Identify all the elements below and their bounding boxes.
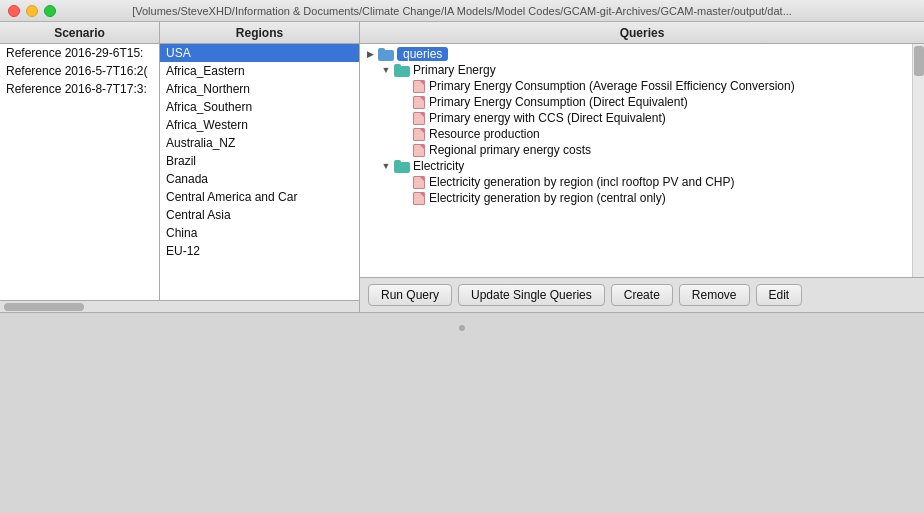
doc-icon — [412, 175, 426, 189]
primary-energy-label: Primary Energy — [413, 63, 496, 77]
region-item[interactable]: EU-12 — [160, 242, 359, 260]
create-button[interactable]: Create — [611, 284, 673, 306]
query-2-label: Primary Energy Consumption (Direct Equiv… — [429, 95, 688, 109]
folder-teal-icon — [394, 160, 410, 173]
region-item[interactable]: Africa_Northern — [160, 80, 359, 98]
doc-icon — [412, 127, 426, 141]
queries-tree[interactable]: ▶ queries ▼ Primary Energy — [360, 44, 924, 277]
scrollbar-thumb[interactable] — [4, 303, 84, 311]
maximize-button[interactable] — [44, 5, 56, 17]
queries-root-label: queries — [397, 47, 448, 61]
query-5-label: Regional primary energy costs — [429, 143, 591, 157]
horizontal-scrollbar[interactable] — [0, 300, 359, 312]
tree-arrow: ▼ — [380, 160, 392, 172]
tree-item-queries-root[interactable]: ▶ queries — [360, 46, 910, 62]
region-item[interactable]: Central Asia — [160, 206, 359, 224]
region-item-usa[interactable]: USA — [160, 44, 359, 62]
edit-button[interactable]: Edit — [756, 284, 803, 306]
query-1-label: Primary Energy Consumption (Average Foss… — [429, 79, 795, 93]
minimize-button[interactable] — [26, 5, 38, 17]
query-3-label: Primary energy with CCS (Direct Equivale… — [429, 111, 666, 125]
tree-item-query-1[interactable]: Primary Energy Consumption (Average Foss… — [360, 78, 910, 94]
tree-item-query-2[interactable]: Primary Energy Consumption (Direct Equiv… — [360, 94, 910, 110]
regions-list[interactable]: USA Africa_Eastern Africa_Northern Afric… — [160, 44, 359, 300]
doc-icon — [412, 79, 426, 93]
doc-icon — [412, 95, 426, 109]
electricity-label: Electricity — [413, 159, 464, 173]
folder-teal-icon — [394, 64, 410, 77]
scenario-item[interactable]: Reference 2016-5-7T16:2( — [0, 62, 159, 80]
left-panel: Scenario Regions Reference 2016-29-6T15:… — [0, 22, 360, 312]
tree-item-query-4[interactable]: Resource production — [360, 126, 910, 142]
regions-column-header: Regions — [160, 22, 359, 43]
query-6-label: Electricity generation by region (incl r… — [429, 175, 734, 189]
column-headers: Scenario Regions — [0, 22, 359, 44]
queries-header: Queries — [360, 22, 924, 44]
resize-handle[interactable] — [459, 325, 465, 331]
titlebar: [Volumes/SteveXHD/Information & Document… — [0, 0, 924, 22]
tree-item-query-5[interactable]: Regional primary energy costs — [360, 142, 910, 158]
scrollbar-thumb[interactable] — [914, 46, 924, 76]
bottom-area — [0, 313, 924, 513]
scenario-item[interactable]: Reference 2016-29-6T15: — [0, 44, 159, 62]
scenario-column-header: Scenario — [0, 22, 160, 43]
scenario-list[interactable]: Reference 2016-29-6T15: Reference 2016-5… — [0, 44, 160, 300]
region-item[interactable]: China — [160, 224, 359, 242]
remove-button[interactable]: Remove — [679, 284, 750, 306]
region-item[interactable]: Brazil — [160, 152, 359, 170]
tree-item-query-7[interactable]: Electricity generation by region (centra… — [360, 190, 910, 206]
traffic-lights — [8, 5, 56, 17]
tree-item-primary-energy-folder[interactable]: ▼ Primary Energy — [360, 62, 910, 78]
tree-item-query-3[interactable]: Primary energy with CCS (Direct Equivale… — [360, 110, 910, 126]
tree-item-electricity-folder[interactable]: ▼ Electricity — [360, 158, 910, 174]
tree-item-query-6[interactable]: Electricity generation by region (incl r… — [360, 174, 910, 190]
scenario-item[interactable]: Reference 2016-8-7T17:3: — [0, 80, 159, 98]
panels-row: Scenario Regions Reference 2016-29-6T15:… — [0, 22, 924, 313]
main-content: Scenario Regions Reference 2016-29-6T15:… — [0, 22, 924, 513]
bottom-buttons: Run Query Update Single Queries Create R… — [360, 277, 924, 312]
doc-icon — [412, 191, 426, 205]
left-lists: Reference 2016-29-6T15: Reference 2016-5… — [0, 44, 359, 300]
region-item[interactable]: Africa_Western — [160, 116, 359, 134]
region-item[interactable]: Africa_Southern — [160, 98, 359, 116]
window-title: [Volumes/SteveXHD/Information & Document… — [132, 5, 792, 17]
doc-icon — [412, 143, 426, 157]
tree-arrow: ▶ — [364, 48, 376, 60]
region-item[interactable]: Africa_Eastern — [160, 62, 359, 80]
close-button[interactable] — [8, 5, 20, 17]
tree-arrow: ▼ — [380, 64, 392, 76]
region-item[interactable]: Australia_NZ — [160, 134, 359, 152]
folder-blue-icon — [378, 48, 394, 61]
doc-icon — [412, 111, 426, 125]
region-item[interactable]: Canada — [160, 170, 359, 188]
region-item[interactable]: Central America and Car — [160, 188, 359, 206]
queries-vertical-scrollbar[interactable] — [912, 44, 924, 277]
query-4-label: Resource production — [429, 127, 540, 141]
queries-panel: Queries ▶ queries ▼ — [360, 22, 924, 312]
update-single-queries-button[interactable]: Update Single Queries — [458, 284, 605, 306]
run-query-button[interactable]: Run Query — [368, 284, 452, 306]
query-7-label: Electricity generation by region (centra… — [429, 191, 666, 205]
